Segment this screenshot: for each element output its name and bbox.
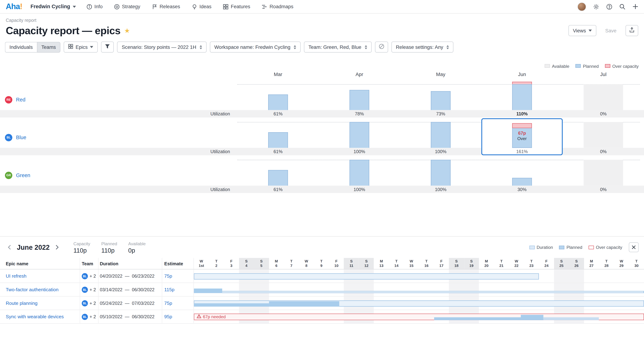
team-extra-count: + 2 [90,314,96,319]
favorite-star-icon[interactable]: ★ [124,27,130,34]
nav-item-ideas[interactable]: Ideas [192,4,212,10]
save-button[interactable]: Save [601,25,620,36]
planned-bar[interactable] [268,94,288,110]
day-of-week: T [500,259,503,264]
user-avatar[interactable] [578,2,586,11]
planned-bar[interactable] [512,178,532,186]
utilization-value: 73% [400,111,482,116]
utilization-strip: Utilization61%100%100%30%0% [0,186,644,193]
epic-estimate-link[interactable]: 75p [162,296,194,310]
planned-bar[interactable] [521,315,544,320]
planned-bar[interactable] [431,91,450,110]
nav-item-releases[interactable]: Releases [152,4,180,10]
day-number: 10 [334,264,338,268]
team-name-link[interactable]: Blue [16,135,26,140]
planned-bar[interactable] [269,301,339,306]
nav-item-info[interactable]: Info [86,4,103,10]
day-number: 28 [604,264,608,268]
workspace-select[interactable]: Workspace name: Fredwin Cycling [210,42,301,52]
filter-button[interactable] [101,42,114,52]
day-column-header: S5 [254,258,269,269]
day-number: 17 [439,264,444,268]
individuals-button[interactable]: Individuals [5,42,37,52]
search-icon[interactable] [619,4,626,10]
views-button[interactable]: Views [568,25,596,36]
planned-bar[interactable] [431,160,450,186]
clear-filters-button[interactable] [375,42,388,52]
workspace-select-label: Workspace name: Fredwin Cycling [214,44,290,50]
epic-name-link[interactable]: Two-factor authentication [0,283,80,296]
planned-bar[interactable] [512,84,532,110]
day-number: 1st [199,264,204,268]
workspace-switcher[interactable]: Fredwin Cycling [30,4,76,10]
capacity-stats: Capacity110p Planned110p Available0p [74,241,146,254]
day-of-week: W [620,259,623,264]
month-detail-panel: June 2022 Capacity110p Planned110p Avail… [0,236,644,324]
team-select[interactable]: Team: Green, Red, Blue [304,42,372,52]
bars-area: RERed [0,84,644,110]
planned-bar[interactable] [194,304,269,306]
day-of-week: F [335,259,338,264]
team-name-link[interactable]: Green [16,172,30,178]
duration-bar[interactable] [194,291,644,293]
utilization-value: 61% [238,149,319,154]
over-points: 67p [482,130,562,136]
day-of-week: T [425,259,428,264]
gear-icon[interactable] [593,4,599,10]
epic-name-link[interactable]: Route planning [0,296,80,310]
nav-item-strategy[interactable]: Strategy [114,4,140,10]
scenario-select[interactable]: Scenario: Story points — 2022 1H [117,42,206,52]
utilization-value: 110% [482,111,563,116]
epic-estimate-link[interactable]: 115p [162,283,194,296]
selected-month-cell[interactable]: 67pOver161% [482,118,563,155]
epics-dropdown-label: Epics [76,44,88,50]
nav-items: Info Strategy Releases Ideas Features Ro… [86,4,294,10]
planned-bar[interactable] [434,317,521,320]
planned-bar[interactable] [268,132,288,148]
epic-estimate-link[interactable]: 95p [162,310,194,323]
gantt-lane [194,300,644,306]
planned-bar[interactable] [268,170,288,186]
epics-dropdown[interactable]: Epics [64,42,98,52]
team-name-link[interactable]: Red [16,97,26,102]
epic-duration: 05/10/2022—06/30/2022 [98,310,162,323]
planned-bar[interactable] [431,122,450,148]
epic-estimate-link[interactable]: 75p [162,270,194,282]
plus-icon[interactable] [632,4,638,10]
next-month-button[interactable] [53,243,61,251]
team-select-label: Team: Green, Red, Blue [308,44,361,50]
team-capacity-row: RERedUtilization61%78%73%110%0% [0,84,644,118]
gantt-lane [194,272,644,280]
planned-bar[interactable] [350,90,369,110]
epics-grid: Epic name Team Duration Estimate W1stT2F… [0,258,644,324]
share-button[interactable] [626,25,638,36]
close-panel-button[interactable] [629,242,639,252]
day-number: 29 [620,264,624,268]
day-column-header: T7 [284,258,299,269]
legend-available: Available [544,64,570,68]
available-capacity-block [584,122,623,148]
team-avatar: BL [5,134,12,141]
over-capacity-bar[interactable] [512,82,532,84]
day-column-header: W8 [299,258,314,269]
day-of-week: W [305,259,308,264]
epic-name-link[interactable]: UI refresh [0,270,80,282]
teams-button[interactable]: Teams [37,42,60,52]
day-column-header: S26 [569,258,584,269]
nav-item-features[interactable]: Features [223,4,250,10]
duration-bar[interactable] [194,273,539,280]
nav-item-roadmaps[interactable]: Roadmaps [262,4,294,10]
planned-bar[interactable] [194,288,222,293]
aha-logo[interactable]: Aha! [6,2,22,11]
funnel-icon [105,44,110,50]
planned-bar[interactable] [350,160,369,186]
release-settings-select[interactable]: Release settings: Any [391,42,454,52]
help-icon[interactable] [606,4,612,10]
previous-month-button[interactable] [5,243,14,251]
day-column-header: M27 [584,258,599,269]
nav-right [578,2,638,11]
epic-team: BL+ 2 [80,283,98,296]
epic-name-link[interactable]: Sync with wearable devices [0,310,80,323]
planned-light-bar[interactable] [544,317,599,320]
planned-bar[interactable] [350,122,369,148]
